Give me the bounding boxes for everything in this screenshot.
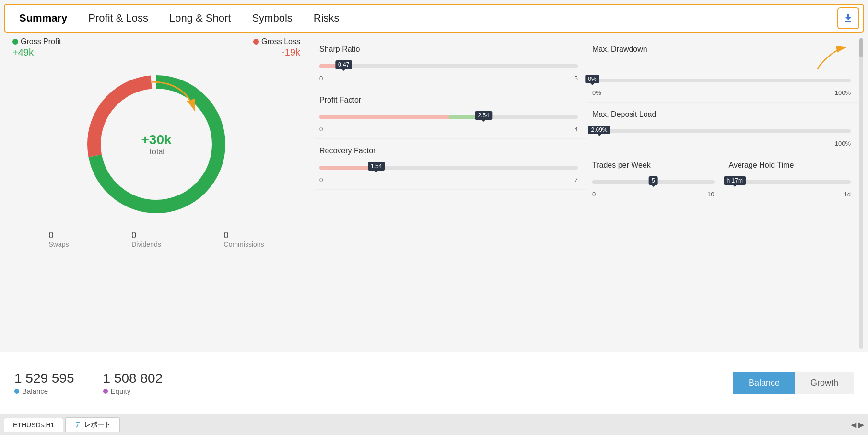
avg-hold-time-thumb: h 17m — [724, 176, 746, 185]
dividends-value: 0 — [131, 230, 136, 240]
tab-profit-loss[interactable]: Profit & Loss — [78, 5, 159, 32]
stats-row: Gross Profit +49k Gross Loss -19k — [8, 37, 860, 258]
swaps-label: Swaps — [48, 240, 69, 248]
left-panel: Gross Profit +49k Gross Loss -19k — [8, 37, 305, 248]
tab-scroll-controls: ◀ ▶ — [851, 420, 864, 429]
gross-profit-label: Gross Profit — [21, 37, 61, 46]
bottom-bar: 1 529 595 Balance 1 508 802 Equity Balan… — [0, 352, 868, 414]
max-drawdown-min: 0% — [592, 89, 601, 96]
gross-profit-dot — [12, 39, 18, 45]
balance-equity: 1 529 595 Balance 1 508 802 Equity — [14, 371, 163, 395]
balance-item: 1 529 595 Balance — [14, 371, 74, 395]
profit-factor-thumb: 2.54 — [475, 111, 492, 120]
sharp-ratio-slider: 0.47 — [319, 59, 578, 73]
balance-label: Balance — [22, 387, 48, 395]
trades-per-week-title: Trades per Week — [592, 161, 715, 170]
equity-item: 1 508 802 Equity — [103, 371, 163, 395]
dividends-label: Dividends — [131, 240, 161, 248]
profit-factor-min: 0 — [319, 126, 323, 133]
recovery-factor-min: 0 — [319, 176, 323, 183]
nav-bar: Summary Profit & Loss Long & Short Symbo… — [4, 4, 864, 33]
avg-hold-time-title: Average Hold Time — [729, 161, 851, 170]
gross-loss: Gross Loss -19k — [253, 37, 300, 58]
metrics-pair: Trades per Week 5 0 — [592, 161, 851, 198]
equity-label: Equity — [111, 387, 131, 395]
tab-summary[interactable]: Summary — [9, 5, 78, 32]
tab-risks[interactable]: Risks — [303, 5, 350, 32]
trades-per-week: Trades per Week 5 0 — [592, 161, 715, 198]
tab-ethusds-label: ETHUSDs,H1 — [13, 421, 54, 429]
avg-hold-time-labels: 1d — [729, 191, 851, 198]
profit-factor-slider: 2.54 — [319, 110, 578, 124]
max-deposit-load-block: Max. Deposit Load 2.69% 100% — [587, 103, 860, 153]
equity-label-row: Equity — [103, 387, 163, 395]
metric-col-left: Sharp Ratio 0.47 0 5 — [315, 37, 587, 204]
sharp-ratio-labels: 0 5 — [319, 75, 578, 82]
content-area: Gross Profit +49k Gross Loss -19k — [0, 33, 868, 352]
profit-factor-block: Profit Factor 2.54 0 4 — [315, 88, 587, 139]
tab-report-label: レポート — [84, 421, 111, 429]
tab-symbols[interactable]: Symbols — [241, 5, 303, 32]
scrollbar[interactable] — [859, 38, 863, 349]
max-drawdown-arrow — [812, 45, 851, 74]
avg-hold-time: Average Hold Time h 17m — [729, 161, 851, 198]
balance-label-row: Balance — [14, 387, 74, 395]
sharp-ratio-max: 5 — [575, 75, 578, 82]
gross-loss-value: -19k — [282, 47, 300, 58]
equity-dot — [103, 389, 108, 394]
profit-factor-max: 4 — [575, 126, 578, 133]
tab-long-short[interactable]: Long & Short — [159, 5, 241, 32]
balance-value: 1 529 595 — [14, 371, 74, 386]
tab-scroll-left[interactable]: ◀ — [851, 420, 856, 429]
download-button[interactable] — [837, 7, 859, 29]
avg-hold-time-slider: h 17m — [729, 175, 851, 189]
scrollbar-thumb[interactable] — [859, 38, 863, 57]
donut-total-label: Total — [141, 148, 171, 156]
profit-loss-labels: Gross Profit +49k Gross Loss -19k — [8, 37, 305, 58]
max-deposit-load-title: Max. Deposit Load — [592, 110, 851, 119]
gross-profit: Gross Profit +49k — [12, 37, 61, 58]
sharp-ratio-min: 0 — [319, 75, 323, 82]
trades-per-week-thumb: 5 — [649, 176, 658, 185]
profit-factor-labels: 0 4 — [319, 126, 578, 133]
chart-toggle: Balance Growth — [733, 372, 854, 394]
gross-loss-label: Gross Loss — [261, 37, 300, 46]
tab-report-icon: テ — [74, 421, 81, 429]
donut-chart-wrapper: +30k Total — [8, 58, 305, 226]
sharp-ratio-thumb: 0.47 — [335, 60, 352, 69]
max-deposit-load-labels: 100% — [592, 140, 851, 147]
recovery-factor-labels: 0 7 — [319, 176, 578, 183]
max-drawdown-slider: 0% — [592, 74, 851, 87]
swaps-stat: 0 Swaps — [48, 230, 69, 248]
commissions-value: 0 — [224, 230, 229, 240]
tab-ethusds[interactable]: ETHUSDs,H1 — [4, 418, 63, 432]
metric-col-right: Max. Drawdown — [587, 37, 860, 204]
max-drawdown-labels: 0% 100% — [592, 89, 851, 96]
trades-avg-block: Trades per Week 5 0 — [587, 153, 860, 204]
trades-per-week-labels: 0 10 — [592, 191, 715, 198]
max-drawdown-title: Max. Drawdown — [592, 45, 647, 54]
dividends-stat: 0 Dividends — [131, 230, 161, 248]
tab-bar: ETHUSDs,H1 テ レポート ◀ ▶ — [0, 414, 868, 435]
tab-scroll-right[interactable]: ▶ — [858, 420, 864, 429]
avg-hold-time-max: 1d — [844, 191, 851, 198]
recovery-factor-title: Recovery Factor — [319, 147, 578, 155]
swaps-value: 0 — [48, 230, 53, 240]
sharp-ratio-block: Sharp Ratio 0.47 0 5 — [315, 37, 587, 88]
max-drawdown-block: Max. Drawdown — [587, 37, 860, 103]
trades-per-week-min: 0 — [592, 191, 596, 198]
commissions-stat: 0 Commissions — [224, 230, 264, 248]
metrics-columns: Sharp Ratio 0.47 0 5 — [315, 37, 860, 204]
balance-dot — [14, 389, 19, 394]
tab-report[interactable]: テ レポート — [65, 417, 120, 432]
growth-toggle-btn[interactable]: Growth — [795, 372, 854, 394]
right-panel: Sharp Ratio 0.47 0 5 — [305, 37, 860, 204]
donut-total-value: +30k — [141, 132, 171, 148]
max-deposit-load-max: 100% — [835, 140, 851, 147]
balance-toggle-btn[interactable]: Balance — [733, 372, 795, 394]
max-drawdown-thumb: 0% — [585, 75, 599, 83]
sharp-ratio-title: Sharp Ratio — [319, 45, 578, 54]
recovery-factor-max: 7 — [575, 176, 578, 183]
gross-loss-dot — [253, 39, 259, 45]
main-container: Summary Profit & Loss Long & Short Symbo… — [0, 0, 868, 435]
